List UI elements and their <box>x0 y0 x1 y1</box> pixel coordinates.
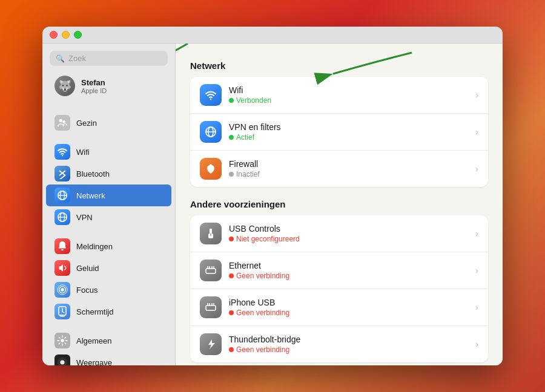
status-text: Verbonden <box>236 96 271 105</box>
card-item-usb[interactable]: USB Controls Niet geconfigureerd › <box>190 215 488 252</box>
card-status: Geen verbinding <box>229 272 468 280</box>
card-text: USB Controls Niet geconfigureerd <box>229 224 468 243</box>
status-dot <box>229 237 234 241</box>
card-status: Geen verbinding <box>229 345 468 354</box>
sidebar-item-weergave[interactable]: Weergave <box>46 351 171 365</box>
sidebar: 🔍 Zoek 🐺 Stefan Apple ID Gezin <box>42 44 176 365</box>
chevron-icon: › <box>475 229 478 238</box>
search-bar[interactable]: 🔍 Zoek <box>50 51 168 66</box>
sidebar-item-focus[interactable]: Focus <box>46 279 171 301</box>
card-text: Wifi Verbonden <box>229 85 468 105</box>
status-text: Niet geconfigureerd <box>236 235 300 243</box>
svg-point-24 <box>210 99 211 100</box>
main-content: Netwerk Wifi Verbonden › <box>176 44 503 365</box>
card-name: iPhone USB <box>229 298 468 307</box>
section-andere-title: Andere voorzieningen <box>190 199 488 209</box>
sidebar-item-schermtijd[interactable]: Schermtijd <box>46 301 171 322</box>
svg-rect-36 <box>206 305 216 310</box>
card-name: Firewall <box>229 159 468 169</box>
status-text: Inactief <box>236 170 260 178</box>
sidebar-item-label: VPN <box>76 213 93 222</box>
card-item-wifi[interactable]: Wifi Verbonden › <box>190 77 488 114</box>
chevron-icon: › <box>475 90 478 100</box>
sidebar-item-wifi[interactable]: Wifi <box>46 141 171 163</box>
card-item-firewall[interactable]: Firewall Inactief › <box>190 151 488 187</box>
card-item-iphoneusb[interactable]: iPhone USB Geen verbinding › <box>190 289 488 326</box>
search-placeholder: Zoek <box>68 54 86 63</box>
other-card-list: USB Controls Niet geconfigureerd › Eth <box>190 215 488 362</box>
card-text: VPN en filters Actief <box>229 122 468 142</box>
profile-item[interactable]: 🐺 Stefan Apple ID <box>46 72 171 100</box>
weergave-icon <box>54 354 70 365</box>
card-name: Ethernet <box>229 261 468 270</box>
section-netwerk-title: Netwerk <box>190 60 488 71</box>
chevron-icon: › <box>475 266 478 275</box>
sidebar-item-bluetooth[interactable]: Bluetooth <box>46 163 171 185</box>
card-text: Ethernet Geen verbinding <box>229 261 468 280</box>
sidebar-item-netwerk[interactable]: Netwerk <box>46 185 171 206</box>
chevron-icon: › <box>475 302 478 312</box>
status-dot <box>229 172 234 177</box>
card-item-thunderbolt[interactable]: Thunderbolt-bridge Geen verbinding › <box>190 326 488 362</box>
card-item-ethernet[interactable]: Ethernet Geen verbinding › <box>190 252 488 289</box>
card-name: Wifi <box>229 85 468 95</box>
iphoneusb-card-icon <box>200 296 222 318</box>
card-item-vpn[interactable]: VPN en filters Actief › <box>190 114 488 151</box>
vpn-icon <box>54 209 70 225</box>
svg-point-1 <box>62 120 65 123</box>
svg-point-15 <box>61 339 64 342</box>
status-text: Geen verbinding <box>236 345 289 354</box>
svg-rect-28 <box>210 229 212 234</box>
window-content: 🔍 Zoek 🐺 Stefan Apple ID Gezin <box>42 44 503 365</box>
thunderbolt-card-icon <box>200 333 222 355</box>
card-text: Firewall Inactief <box>229 159 468 178</box>
status-dot <box>229 135 234 140</box>
wifi-icon <box>54 144 70 160</box>
chevron-icon: › <box>475 127 478 137</box>
profile-sub: Apple ID <box>81 87 107 94</box>
status-dot <box>229 310 234 315</box>
card-status: Inactief <box>229 170 468 178</box>
sidebar-item-vpn[interactable]: VPN <box>46 206 171 228</box>
sidebar-item-label: Gezin <box>76 119 97 128</box>
sidebar-item-label: Weergave <box>76 358 112 366</box>
algemeen-icon <box>54 333 70 348</box>
card-text: Thunderbolt-bridge Geen verbinding <box>229 335 468 354</box>
sidebar-item-label: Wifi <box>76 148 90 157</box>
geluid-icon <box>54 260 70 276</box>
minimize-button[interactable] <box>62 31 70 39</box>
vpn-card-icon <box>200 121 222 143</box>
chevron-icon: › <box>475 164 478 174</box>
card-status: Geen verbinding <box>229 309 468 317</box>
sidebar-item-gezin[interactable]: Gezin <box>46 112 171 134</box>
svg-point-10 <box>61 288 64 291</box>
sidebar-item-geluid[interactable]: Geluid <box>46 257 171 279</box>
avatar: 🐺 <box>54 76 75 96</box>
status-text: Geen verbinding <box>236 272 289 280</box>
focus-icon <box>54 282 70 298</box>
chevron-icon: › <box>475 339 478 349</box>
card-name: USB Controls <box>229 224 468 234</box>
close-button[interactable] <box>50 31 58 39</box>
sidebar-item-algemeen[interactable]: Algemeen <box>46 330 171 351</box>
titlebar <box>42 27 503 44</box>
sidebar-item-label: Netwerk <box>76 191 105 200</box>
card-name: Thunderbolt-bridge <box>229 335 468 344</box>
sidebar-item-label: Focus <box>76 286 97 295</box>
svg-point-17 <box>60 360 64 364</box>
meldingen-icon <box>54 238 70 254</box>
svg-point-2 <box>62 155 63 156</box>
card-status: Actief <box>229 133 468 142</box>
wifi-card-icon <box>200 84 222 106</box>
netwerk-icon <box>54 188 70 203</box>
status-dot <box>229 98 234 103</box>
sidebar-item-meldingen[interactable]: Meldingen <box>46 235 171 257</box>
svg-point-0 <box>59 119 62 122</box>
sidebar-item-label: Geluid <box>76 264 99 273</box>
svg-rect-9 <box>61 249 64 250</box>
svg-rect-31 <box>206 269 216 273</box>
maximize-button[interactable] <box>74 31 82 39</box>
ethernet-card-icon <box>200 260 222 281</box>
card-text: iPhone USB Geen verbinding <box>229 298 468 317</box>
sidebar-item-label: Algemeen <box>76 336 112 345</box>
